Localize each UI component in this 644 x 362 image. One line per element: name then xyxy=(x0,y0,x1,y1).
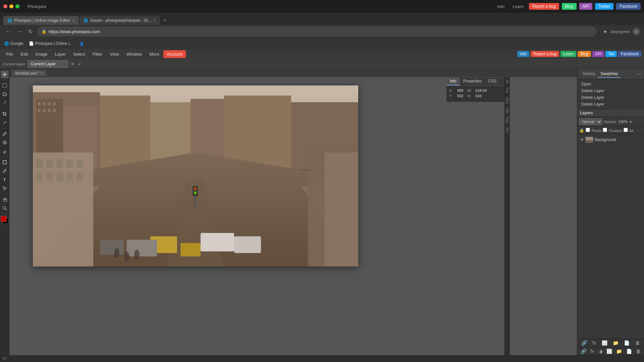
profile-avatar[interactable]: A xyxy=(633,28,640,35)
badge-facebook[interactable]: Facebook xyxy=(618,51,641,57)
menu-edit[interactable]: Edit xyxy=(17,50,31,58)
panel-expand[interactable]: << xyxy=(637,72,641,76)
tool-crop[interactable] xyxy=(1,110,9,118)
layers-btn-fx2[interactable]: fx xyxy=(590,349,594,354)
window-maximize[interactable] xyxy=(15,4,19,8)
menu-view[interactable]: View xyxy=(106,50,122,58)
position-checkbox[interactable] xyxy=(603,128,607,132)
badge-report[interactable]: Report a bug xyxy=(531,51,559,57)
tool-marquee[interactable] xyxy=(1,81,9,89)
tool-heal[interactable] xyxy=(1,138,9,146)
tool-zoom[interactable] xyxy=(1,204,9,212)
bookmark-photopea[interactable]: 📄 Photopea | Online I... xyxy=(29,41,73,46)
window-close[interactable] xyxy=(3,4,7,8)
layers-btn-group[interactable]: 📁 xyxy=(613,340,619,346)
tool-path-select[interactable] xyxy=(1,184,9,192)
layers-btn-folder[interactable]: 📁 xyxy=(616,349,622,354)
history-item-0[interactable]: Open xyxy=(577,81,644,87)
tool-lasso[interactable] xyxy=(1,90,9,98)
menu-layer[interactable]: Layer xyxy=(52,50,69,58)
browser-tab-0[interactable]: 🌐 Photopea | Online Image Editor ✕ xyxy=(3,16,79,25)
sidebar-pro[interactable]: Pro xyxy=(505,86,510,94)
layers-btn-link2[interactable]: 🔗 xyxy=(581,349,586,354)
color-swatches[interactable] xyxy=(1,216,9,226)
doc-tab-close[interactable]: ✕ xyxy=(40,71,43,75)
back-button[interactable]: ← xyxy=(4,27,12,36)
blend-mode-select[interactable]: Normal Multiply Screen xyxy=(579,118,602,125)
tab-close-1[interactable]: ✕ xyxy=(153,19,156,22)
tool-move[interactable] xyxy=(1,70,9,78)
doc-tab-template[interactable]: template.psd * ✕ xyxy=(12,70,46,76)
fg-color-swatch[interactable] xyxy=(1,216,7,222)
canvas-background[interactable] xyxy=(9,77,577,355)
info-tab-css[interactable]: CSS xyxy=(485,77,500,85)
menu-window[interactable]: Window xyxy=(123,50,145,58)
badge-twi[interactable]: Twi xyxy=(605,51,617,57)
history-item-2[interactable]: Delete Layer xyxy=(577,94,644,101)
info-tab-info[interactable]: Info xyxy=(446,77,460,85)
badge-api[interactable]: API xyxy=(592,51,604,57)
browser-titlebar: Photopea Info Learn Report a bug Blog AP… xyxy=(0,0,644,13)
layers-btn-new2[interactable]: 📄 xyxy=(626,349,632,354)
tab-close-0[interactable]: ✕ xyxy=(72,19,75,22)
layer-name-input[interactable] xyxy=(28,60,68,68)
tab-swatches[interactable]: Swatches xyxy=(598,70,621,78)
tool-hand[interactable] xyxy=(1,195,9,203)
layers-btn-del2[interactable]: 🗑 xyxy=(636,349,641,354)
titlebar-learn[interactable]: Learn xyxy=(510,3,526,10)
opacity-arrow[interactable]: ▼ xyxy=(629,120,633,124)
titlebar-twitter[interactable]: Twitter xyxy=(595,3,613,10)
history-item-3[interactable]: Delete Layer xyxy=(577,101,644,108)
layers-btn-link[interactable]: 🔗 xyxy=(581,340,587,346)
titlebar-api[interactable]: API xyxy=(579,3,592,10)
tool-brush[interactable] xyxy=(1,130,9,138)
info-tab-properties[interactable]: Properties xyxy=(460,77,485,85)
layers-btn-delete[interactable]: 🗑 xyxy=(635,340,640,346)
tool-shape[interactable] xyxy=(1,158,9,166)
sidebar-cha[interactable]: Cha xyxy=(505,116,510,124)
layers-btn-fx[interactable]: fx xyxy=(593,340,596,346)
layers-btn-mask[interactable]: ⬜ xyxy=(602,340,607,346)
menu-more[interactable]: More xyxy=(146,50,163,58)
tool-pen[interactable] xyxy=(1,167,9,175)
layer-name-cancel[interactable]: ✕ xyxy=(71,61,75,67)
badge-learn[interactable]: Learn xyxy=(560,51,576,57)
titlebar-facebook[interactable]: Facebook xyxy=(616,3,641,10)
layer-visibility[interactable]: 👁 xyxy=(580,137,584,142)
menu-image[interactable]: Image xyxy=(32,50,51,58)
sidebar-par[interactable]: Par xyxy=(505,126,510,134)
titlebar-blog[interactable]: Blog xyxy=(562,3,577,10)
new-tab-button[interactable]: + xyxy=(161,16,169,25)
menu-account[interactable]: Account xyxy=(163,50,186,58)
tab-history[interactable]: History xyxy=(580,70,598,78)
menu-file[interactable]: File xyxy=(3,50,16,58)
tool-magic-wand[interactable] xyxy=(1,99,9,107)
reload-button[interactable]: ↻ xyxy=(27,27,34,36)
layer-item-background[interactable]: 👁 Background xyxy=(577,135,644,144)
bookmark-star[interactable]: ★ xyxy=(603,29,607,34)
window-minimize[interactable] xyxy=(9,4,13,8)
sidebar-inf[interactable]: Inf xyxy=(505,78,510,85)
tool-type[interactable]: T xyxy=(1,176,9,184)
layer-name-confirm[interactable]: ✓ xyxy=(77,61,82,67)
menu-select[interactable]: Select xyxy=(70,50,89,58)
layers-btn-new[interactable]: 📄 xyxy=(624,340,630,346)
pixels-checkbox[interactable] xyxy=(586,128,590,132)
titlebar-report-bug[interactable]: Report a bug xyxy=(529,3,559,10)
titlebar-info[interactable]: Info xyxy=(494,3,507,10)
layers-btn-adjust[interactable]: ◑ xyxy=(598,349,602,354)
history-item-1[interactable]: Delete Layer xyxy=(577,87,644,94)
forward-button[interactable]: → xyxy=(15,27,23,36)
badge-blog[interactable]: Blog xyxy=(578,51,591,57)
menu-filter[interactable]: Filter xyxy=(89,50,106,58)
tool-eraser[interactable] xyxy=(1,147,9,155)
browser-tab-1[interactable]: 🌐 Issues - photopea/photopea - Gi... ✕ xyxy=(79,16,160,25)
layers-btn-mask2[interactable]: ⬜ xyxy=(606,349,612,354)
tool-eyedropper[interactable] xyxy=(1,119,9,127)
sidebar-bru[interactable]: Bru xyxy=(505,106,510,114)
all-checkbox[interactable] xyxy=(624,128,628,132)
bookmark-google[interactable]: 🌐 Google xyxy=(4,41,23,46)
sidebar-css[interactable]: CSS xyxy=(505,96,510,105)
badge-info[interactable]: Info xyxy=(517,51,529,57)
address-bar[interactable]: 🔒 https://www.photopea.com xyxy=(37,27,596,36)
